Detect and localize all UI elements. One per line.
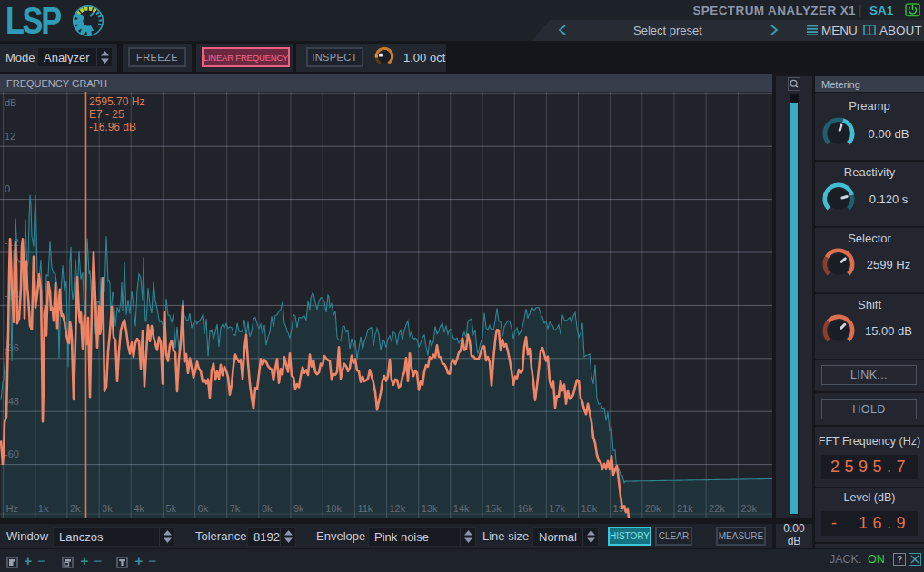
svg-text:9k: 9k [293,503,304,514]
svg-text:2k: 2k [70,503,81,514]
svg-text:8k: 8k [262,503,273,514]
svg-text:23k: 23k [740,503,757,514]
svg-text:11k: 11k [357,503,373,514]
svg-text:10k: 10k [325,503,342,514]
svg-text:22k: 22k [709,503,725,514]
svg-text:Hz: Hz [6,503,18,514]
svg-text:17k: 17k [549,503,565,514]
svg-text:18k: 18k [581,503,598,514]
svg-text:14k: 14k [453,503,470,514]
svg-text:2595.70 Hz: 2595.70 Hz [89,95,144,108]
svg-text:-16.96 dB: -16.96 dB [89,121,136,133]
svg-text:5k: 5k [165,503,176,514]
svg-text:12k: 12k [390,503,406,514]
svg-text:12: 12 [5,131,15,142]
svg-text:21k: 21k [677,503,693,514]
svg-text:7k: 7k [230,503,241,514]
svg-text:E7 - 25: E7 - 25 [89,108,124,121]
svg-text:-60: -60 [5,449,19,459]
svg-text:15k: 15k [485,503,502,514]
svg-text:1k: 1k [38,503,49,514]
svg-text:13k: 13k [422,503,438,514]
svg-text:4k: 4k [134,503,144,514]
svg-text:?: ? [897,555,902,565]
svg-text:3k: 3k [102,503,113,514]
svg-text:0: 0 [5,183,10,194]
svg-text:dB: dB [5,97,16,108]
svg-text:6k: 6k [198,503,209,514]
svg-text:20k: 20k [645,503,661,514]
svg-text:16k: 16k [517,503,533,514]
